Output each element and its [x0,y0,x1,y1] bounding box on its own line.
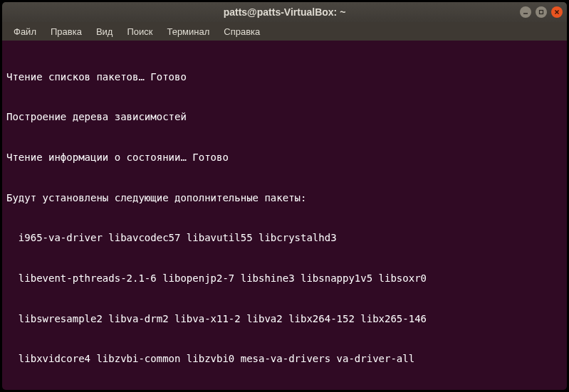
titlebar: patts@patts-VirtualBox: ~ [2,2,567,22]
terminal-line: libxvidcore4 libzvbi-common libzvbi0 mes… [6,352,563,366]
menu-terminal[interactable]: Терминал [161,25,215,38]
menu-view[interactable]: Вид [90,25,119,38]
terminal-line: Чтение информации о состоянии… Готово [6,151,563,164]
menu-help[interactable]: Справка [218,25,266,38]
terminal-window: patts@patts-VirtualBox: ~ Файл Правка Ви… [2,2,567,390]
terminal-line: libswresample2 libva-drm2 libva-x11-2 li… [6,312,563,326]
close-icon [554,9,560,15]
menubar: Файл Правка Вид Поиск Терминал Справка [2,22,567,41]
menu-file[interactable]: Файл [8,25,42,38]
terminal-line: Чтение списков пакетов… Готово [6,70,563,84]
maximize-button[interactable] [536,6,547,18]
terminal-line: i965-va-driver libavcodec57 libavutil55 … [6,231,563,245]
close-button[interactable] [551,6,563,18]
maximize-icon [538,9,544,15]
terminal-line: Будут установлены следующие дополнительн… [6,191,563,205]
menu-edit[interactable]: Правка [45,25,88,38]
terminal-output[interactable]: Чтение списков пакетов… Готово Построени… [2,41,567,390]
minimize-button[interactable] [520,6,531,18]
terminal-line: Построение дерева зависимостей [6,110,563,124]
svg-rect-1 [540,11,543,14]
menu-search[interactable]: Поиск [121,25,158,38]
window-controls [520,6,563,18]
terminal-line: libevent-pthreads-2.1-6 libopenjp2-7 lib… [6,272,563,285]
minimize-icon [523,9,528,15]
window-title: patts@patts-VirtualBox: ~ [224,6,346,18]
